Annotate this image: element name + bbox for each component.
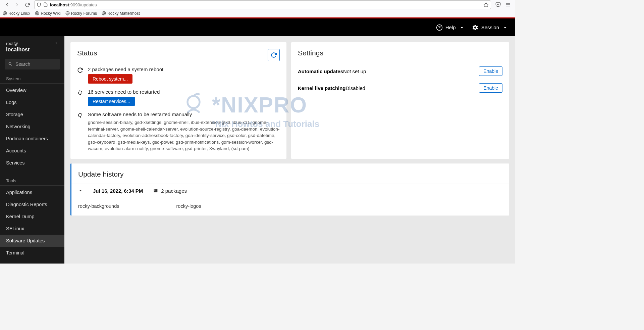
url-text: localhost:9090/updates bbox=[50, 2, 481, 7]
sidebar: root@ localhost Search System OverviewLo… bbox=[0, 36, 64, 264]
manual-message: Some software needs to be restarted manu… bbox=[88, 111, 280, 117]
search-input[interactable]: Search bbox=[5, 59, 60, 69]
bookmark-rocky-wiki[interactable]: Rocky Wiki bbox=[35, 11, 60, 16]
back-button[interactable] bbox=[3, 0, 11, 9]
search-icon bbox=[8, 62, 13, 66]
history-package: rocky-backgrounds bbox=[78, 203, 119, 209]
history-title: Update history bbox=[71, 170, 509, 178]
reboot-button[interactable]: Reboot system... bbox=[88, 74, 132, 84]
history-package-count: 2 packages bbox=[153, 188, 187, 194]
sidebar-item-kernel-dump[interactable]: Kernel Dump bbox=[0, 210, 64, 223]
forward-button[interactable] bbox=[13, 0, 21, 9]
enable-kernel-patching-button[interactable]: Enable bbox=[479, 83, 502, 93]
svg-marker-0 bbox=[484, 2, 488, 7]
sidebar-item-terminal[interactable]: Terminal bbox=[0, 247, 64, 259]
history-date: Jul 16, 2022, 6:34 PM bbox=[93, 188, 143, 194]
sidebar-item-accounts[interactable]: Accounts bbox=[0, 145, 64, 157]
reload-button[interactable] bbox=[23, 0, 32, 9]
search-placeholder: Search bbox=[15, 61, 30, 67]
sidebar-item-storage[interactable]: Storage bbox=[0, 108, 64, 121]
status-card: Status 2 packages need a system reboot R… bbox=[70, 42, 286, 159]
history-card: Update history Jul 16, 2022, 6:34 PM 2 p… bbox=[70, 163, 509, 216]
auto-updates-label: Automatic updatesNot set up bbox=[298, 68, 366, 74]
pocket-button[interactable] bbox=[494, 0, 502, 9]
reboot-message: 2 packages need a system reboot bbox=[88, 66, 280, 72]
session-menu[interactable]: Session bbox=[472, 24, 508, 31]
restart-icon bbox=[77, 90, 83, 97]
package-icon bbox=[153, 188, 158, 193]
chevron-down-icon bbox=[459, 24, 465, 31]
sidebar-item-overview[interactable]: Overview bbox=[0, 84, 64, 96]
bookmark-rocky-linux[interactable]: Rocky Linux bbox=[3, 11, 30, 16]
sidebar-item-logs[interactable]: Logs bbox=[0, 96, 64, 108]
restart-message: 16 services need to be restarted bbox=[88, 89, 280, 95]
reboot-icon bbox=[77, 67, 83, 74]
sidebar-item-applications[interactable]: Applications bbox=[0, 186, 64, 198]
sidebar-item-services[interactable]: Services bbox=[0, 157, 64, 169]
host-selector[interactable]: root@ localhost bbox=[0, 36, 64, 57]
host-user: root@ bbox=[6, 41, 30, 46]
status-title: Status bbox=[77, 49, 97, 57]
history-entry-header[interactable]: Jul 16, 2022, 6:34 PM 2 packages bbox=[71, 184, 509, 198]
enable-auto-updates-button[interactable]: Enable bbox=[479, 66, 502, 76]
main-content: *NIXPRO *Nix Howtos and Tutorials Status… bbox=[64, 36, 515, 264]
manual-icon bbox=[77, 112, 83, 119]
sidebar-item-diagnostic-reports[interactable]: Diagnostic Reports bbox=[0, 198, 64, 210]
star-icon[interactable] bbox=[483, 2, 489, 7]
bookmark-rocky-forums[interactable]: Rocky Forums bbox=[65, 11, 97, 16]
browser-toolbar: localhost:9090/updates bbox=[0, 0, 515, 9]
sidebar-item-networking[interactable]: Networking bbox=[0, 121, 64, 133]
chevron-down-icon bbox=[54, 41, 58, 45]
shield-icon bbox=[37, 2, 41, 7]
svg-rect-12 bbox=[154, 190, 155, 191]
sidebar-item-selinux[interactable]: SELinux bbox=[0, 223, 64, 235]
chevron-down-icon bbox=[78, 188, 83, 193]
bookmarks-bar: Rocky Linux Rocky Wiki Rocky Forums Rock… bbox=[0, 9, 515, 17]
sidebar-item-software-updates[interactable]: Software Updates bbox=[0, 235, 64, 247]
url-bar[interactable]: localhost:9090/updates bbox=[34, 0, 491, 9]
sidebar-item-podman-containers[interactable]: Podman containers bbox=[0, 133, 64, 145]
nav-section-tools: Tools bbox=[0, 175, 64, 186]
app-topbar: Help Session bbox=[0, 17, 515, 36]
help-menu[interactable]: Help bbox=[436, 24, 465, 31]
page-icon bbox=[43, 2, 48, 7]
settings-card: Settings Automatic updatesNot set up Ena… bbox=[291, 42, 509, 159]
settings-title: Settings bbox=[298, 49, 502, 57]
help-icon bbox=[436, 24, 443, 31]
host-name: localhost bbox=[6, 47, 30, 53]
chevron-down-icon bbox=[502, 24, 508, 31]
history-package: rocky-logos bbox=[176, 203, 201, 209]
refresh-icon bbox=[271, 52, 277, 58]
manual-software-list: gnome-session-binary, gsd-xsettings, gno… bbox=[88, 119, 280, 152]
restart-button[interactable]: Restart services... bbox=[88, 97, 135, 106]
nav-section-system: System bbox=[0, 73, 64, 84]
bookmark-rocky-mattermost[interactable]: Rocky Mattermost bbox=[102, 11, 140, 16]
refresh-button[interactable] bbox=[268, 49, 280, 61]
hamburger-button[interactable] bbox=[504, 0, 513, 9]
gear-icon bbox=[472, 24, 479, 31]
kernel-patching-label: Kernel live patchingDisabled bbox=[298, 85, 365, 91]
